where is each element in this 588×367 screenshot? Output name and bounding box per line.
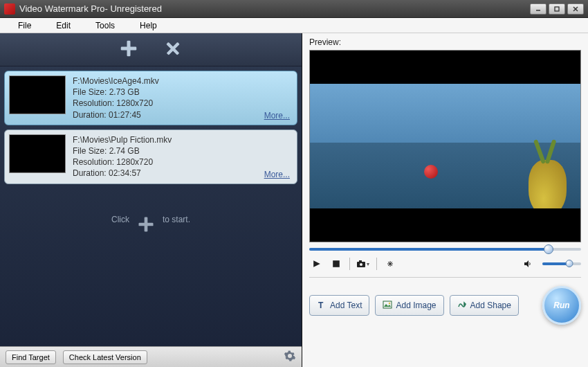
svg-marker-10	[313, 260, 320, 267]
svg-rect-11	[333, 260, 340, 267]
svg-rect-1	[555, 7, 559, 11]
file-list: F:\Movies\IceAge4.mkv File Size: 2.73 GB…	[0, 66, 302, 188]
playback-controls	[309, 253, 581, 278]
svg-rect-5	[121, 47, 137, 51]
maximize-button[interactable]	[549, 3, 565, 15]
svg-point-23	[389, 302, 390, 303]
play-button[interactable]	[309, 258, 324, 270]
separator	[349, 258, 350, 270]
file-thumbnail	[9, 75, 66, 114]
file-item[interactable]: F:\Movies\Pulp Fiction.mkv File Size: 2.…	[4, 129, 297, 184]
run-label: Run	[553, 301, 569, 310]
image-icon	[383, 300, 392, 312]
add-shape-button[interactable]: Add Shape	[450, 295, 519, 316]
right-panel: Preview:	[302, 33, 588, 367]
find-target-button[interactable]: Find Target	[6, 350, 56, 364]
file-info: F:\Movies\IceAge4.mkv File Size: 2.73 GB…	[73, 75, 293, 120]
svg-marker-22	[384, 304, 391, 307]
file-thumbnail	[9, 134, 66, 173]
menu-edit[interactable]: Edit	[44, 19, 83, 33]
menu-file[interactable]: File	[6, 19, 44, 33]
svg-rect-21	[383, 301, 392, 308]
click-to-start-hint: Click to start.	[0, 188, 302, 347]
file-duration: Duration: 01:27:45	[73, 109, 293, 120]
file-path: F:\Movies\Pulp Fiction.mkv	[73, 134, 293, 145]
file-duration: Duration: 02:34:57	[73, 168, 293, 179]
seek-knob[interactable]	[544, 244, 553, 254]
shape-icon	[457, 300, 467, 312]
file-size: File Size: 2.73 GB	[73, 87, 293, 98]
bottom-bar-left: Find Target Check Latest Version	[0, 346, 302, 367]
titlebar: Video Watermark Pro- Unregistered	[0, 0, 588, 18]
settings-button[interactable]	[284, 350, 296, 364]
minimize-button[interactable]	[530, 3, 546, 15]
left-toolbar	[0, 33, 302, 66]
add-shape-label: Add Shape	[470, 301, 511, 310]
add-text-label: Add Text	[330, 301, 362, 310]
volume-slider[interactable]	[542, 262, 581, 265]
add-image-label: Add Image	[396, 301, 436, 310]
stop-button[interactable]	[329, 258, 344, 270]
app-icon	[4, 3, 15, 15]
remove-file-button[interactable]	[163, 38, 183, 61]
svg-text:T: T	[318, 301, 324, 310]
svg-rect-14	[359, 260, 362, 262]
volume-icon[interactable]	[520, 258, 535, 270]
effects-button[interactable]	[383, 258, 398, 270]
file-more-link[interactable]: More...	[264, 170, 290, 179]
menubar: File Edit Tools Help	[0, 18, 588, 33]
svg-point-13	[360, 263, 362, 266]
add-image-button[interactable]: Add Image	[375, 295, 443, 316]
window-title: Video Watermark Pro- Unregistered	[19, 3, 530, 14]
text-icon: T	[317, 300, 327, 312]
preview-label: Preview:	[309, 37, 581, 47]
window-buttons	[530, 3, 584, 15]
file-info: F:\Movies\Pulp Fiction.mkv File Size: 2.…	[73, 134, 293, 179]
file-size: File Size: 2.74 GB	[73, 145, 293, 156]
separator	[376, 258, 377, 270]
watermark-actions: T Add Text Add Image Add Shape Run	[309, 278, 581, 329]
preview-area	[309, 50, 581, 242]
hint-before: Click	[111, 215, 129, 224]
svg-marker-19	[524, 260, 529, 267]
file-resolution: Resolution: 1280x720	[73, 98, 293, 109]
add-file-button[interactable]	[118, 38, 139, 61]
svg-rect-9	[138, 222, 153, 226]
plus-icon	[136, 215, 156, 236]
file-more-link[interactable]: More...	[264, 111, 290, 120]
menu-help[interactable]: Help	[127, 19, 169, 33]
preview-frame	[310, 84, 580, 208]
menu-tools[interactable]: Tools	[83, 19, 127, 33]
seek-bar[interactable]	[309, 248, 581, 251]
add-text-button[interactable]: T Add Text	[309, 295, 369, 316]
file-path: F:\Movies\IceAge4.mkv	[73, 75, 293, 87]
file-resolution: Resolution: 1280x720	[73, 156, 293, 168]
snapshot-button[interactable]	[356, 258, 371, 270]
run-button[interactable]: Run	[542, 286, 581, 325]
hint-after: to start.	[163, 215, 190, 224]
volume-knob[interactable]	[566, 260, 573, 267]
file-item[interactable]: F:\Movies\IceAge4.mkv File Size: 2.73 GB…	[4, 71, 297, 125]
check-latest-version-button[interactable]: Check Latest Version	[63, 350, 147, 364]
close-button[interactable]	[567, 3, 584, 15]
left-panel: F:\Movies\IceAge4.mkv File Size: 2.73 GB…	[0, 33, 302, 367]
